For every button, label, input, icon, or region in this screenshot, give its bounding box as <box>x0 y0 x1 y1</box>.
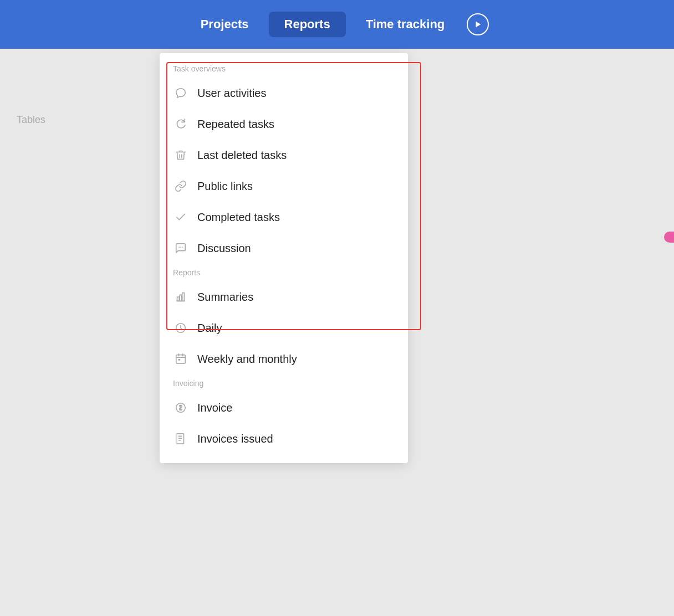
discussion-icon <box>173 240 188 256</box>
app-header: Projects Reports Time tracking <box>0 0 674 49</box>
trash-icon <box>173 147 188 163</box>
notification-indicator <box>664 232 674 243</box>
section-task-overviews-label: Task overviews <box>160 64 408 78</box>
speech-bubble-icon <box>173 85 188 101</box>
book-icon <box>173 431 188 446</box>
svg-rect-7 <box>182 293 185 301</box>
svg-rect-5 <box>177 297 180 301</box>
menu-item-public-links[interactable]: Public links <box>160 171 408 202</box>
svg-point-3 <box>182 247 183 248</box>
menu-item-invoices-issued[interactable]: Invoices issued <box>160 423 408 454</box>
menu-item-last-deleted-tasks[interactable]: Last deleted tasks <box>160 140 408 171</box>
invoice-label: Invoice <box>197 402 232 414</box>
play-button[interactable] <box>467 13 489 35</box>
nav-time-tracking[interactable]: Time tracking <box>350 12 461 37</box>
calendar-icon <box>173 351 188 367</box>
svg-rect-13 <box>178 359 180 361</box>
svg-rect-19 <box>176 434 177 444</box>
bar-chart-icon <box>173 289 188 305</box>
invoices-issued-label: Invoices issued <box>197 433 273 445</box>
svg-rect-9 <box>176 355 186 364</box>
menu-item-completed-tasks[interactable]: Completed tasks <box>160 202 408 233</box>
link-icon <box>173 178 188 194</box>
user-activities-label: User activities <box>197 87 266 100</box>
section-reports-label: Reports <box>160 268 408 281</box>
svg-rect-15 <box>177 434 184 444</box>
menu-item-invoice[interactable]: Invoice <box>160 392 408 423</box>
menu-item-weekly-monthly[interactable]: Weekly and monthly <box>160 343 408 374</box>
completed-tasks-label: Completed tasks <box>197 211 280 224</box>
clock-icon <box>173 320 188 336</box>
menu-item-repeated-tasks[interactable]: Repeated tasks <box>160 109 408 140</box>
svg-point-1 <box>178 247 180 248</box>
section-invoicing-label: Invoicing <box>160 379 408 392</box>
checkmark-icon <box>173 209 188 225</box>
public-links-label: Public links <box>197 180 253 193</box>
summaries-label: Summaries <box>197 291 253 304</box>
repeated-tasks-label: Repeated tasks <box>197 118 274 131</box>
weekly-monthly-label: Weekly and monthly <box>197 353 297 366</box>
menu-item-user-activities[interactable]: User activities <box>160 78 408 109</box>
last-deleted-tasks-label: Last deleted tasks <box>197 149 287 162</box>
menu-item-discussion[interactable]: Discussion <box>160 233 408 264</box>
reports-dropdown: Task overviews User activities Repeated … <box>160 53 408 463</box>
discussion-label: Discussion <box>197 242 251 255</box>
nav-reports[interactable]: Reports <box>269 12 346 37</box>
svg-rect-6 <box>180 295 182 301</box>
dollar-circle-icon <box>173 400 188 415</box>
menu-item-summaries[interactable]: Summaries <box>160 281 408 312</box>
daily-label: Daily <box>197 322 222 335</box>
sidebar-label: Tables <box>17 114 45 126</box>
nav-projects[interactable]: Projects <box>185 12 264 37</box>
svg-marker-0 <box>476 22 481 28</box>
menu-item-daily[interactable]: Daily <box>160 312 408 343</box>
refresh-icon <box>173 116 188 132</box>
svg-point-2 <box>180 247 181 248</box>
